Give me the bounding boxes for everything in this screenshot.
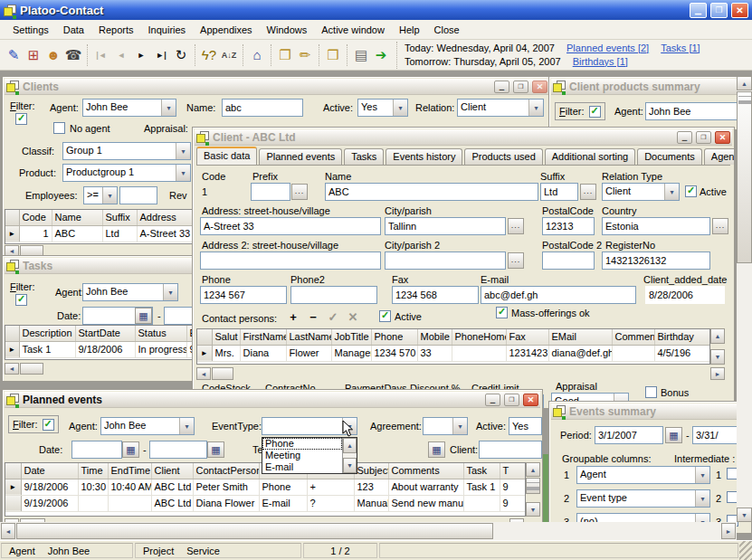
chevron-down-icon[interactable]: ▾ <box>528 100 543 116</box>
date-from-input[interactable] <box>71 441 122 459</box>
scroll-down-button[interactable]: ▼ <box>737 508 752 522</box>
calendar-button[interactable]: ▦ <box>428 441 445 458</box>
row-selector[interactable] <box>5 495 21 511</box>
email-input[interactable]: abc@def.gh <box>481 286 636 304</box>
query-filter-icon[interactable]: ϟ? <box>199 45 219 65</box>
column-header[interactable]: Name <box>52 210 102 225</box>
agreement-combo[interactable]: ▾ <box>423 417 468 435</box>
city-browse-button[interactable]: ... <box>508 218 524 234</box>
folders-icon[interactable]: ❒ <box>323 45 343 65</box>
birthdays-link[interactable]: Birthdays [1] <box>573 56 628 67</box>
column-header[interactable]: PhoneHome <box>452 329 506 345</box>
scroll-right-button[interactable]: ► <box>710 367 725 380</box>
classif-combo[interactable]: Group 1▾ <box>62 142 191 160</box>
dropdown-option-phone[interactable]: Phone <box>262 438 342 450</box>
cell[interactable]: Flower <box>286 345 331 361</box>
menu-inquiries[interactable]: Inquiries <box>141 22 194 38</box>
cell[interactable]: Diana Flower <box>193 495 259 511</box>
filter-checkbox[interactable]: ✓ <box>15 113 27 125</box>
minimize-button[interactable]: ▁ <box>690 3 707 18</box>
cell[interactable]: About warranty <box>388 479 463 495</box>
cell[interactable]: Mrs. <box>212 345 240 361</box>
nav-next-icon[interactable]: ► <box>131 45 151 65</box>
scroll-left-button[interactable]: ◄ <box>196 367 211 380</box>
column-header[interactable]: Subject <box>354 463 388 479</box>
phone-input[interactable]: 1234 567 <box>200 286 287 304</box>
menu-settings[interactable]: Settings <box>5 22 56 38</box>
tasks-link[interactable]: Tasks [1] <box>661 43 700 53</box>
column-header[interactable]: T <box>500 463 525 479</box>
no-agent-checkbox[interactable] <box>53 122 65 134</box>
postalcode-input[interactable]: 12313 <box>542 217 595 235</box>
client-input[interactable] <box>479 441 542 459</box>
open-folder-icon[interactable]: ❐ <box>275 45 295 65</box>
employees-input[interactable] <box>119 186 157 204</box>
active-checkbox[interactable]: ✓ <box>685 185 697 197</box>
column-header[interactable]: FirstName <box>240 329 286 345</box>
scroll-up-button[interactable]: ▲ <box>526 462 540 477</box>
tab-tasks[interactable]: Tasks <box>344 148 384 165</box>
agent-combo[interactable]: John Bee▾ <box>100 417 195 435</box>
chevron-down-icon[interactable]: ▾ <box>179 418 194 434</box>
scrollbar-thumb[interactable] <box>16 523 493 539</box>
tab-products-used[interactable]: Products used <box>464 148 542 165</box>
cell[interactable]: 4/5/196 <box>654 345 709 361</box>
cell[interactable]: In progress <box>135 341 186 357</box>
cell[interactable]: 1231423 <box>506 345 548 361</box>
country-browse-button[interactable]: ... <box>712 218 728 234</box>
scroll-left-button[interactable]: ◄ <box>1 523 15 539</box>
dropdown-option-email[interactable]: E-mail <box>262 461 342 473</box>
name-input[interactable]: ABC <box>325 183 538 201</box>
products-titlebar[interactable]: Client products summary <box>551 79 749 95</box>
cell[interactable]: 9/19/2006 <box>21 495 78 511</box>
filter-checkbox[interactable]: ✓ <box>43 419 54 431</box>
minimize-button[interactable]: ▁ <box>494 81 509 93</box>
sort-az-icon[interactable]: A↓Z <box>219 45 239 65</box>
cell[interactable]: Phone <box>259 479 307 495</box>
tab-agents[interactable]: Agents <box>704 148 735 165</box>
employees-op-combo[interactable]: >=▾ <box>83 186 118 204</box>
city-input[interactable]: Tallinn <box>385 217 506 235</box>
scrollbar-thumb[interactable] <box>526 478 540 494</box>
cell[interactable]: E-mail <box>259 495 307 511</box>
row-selector[interactable]: ► <box>197 345 212 361</box>
filter-checkbox[interactable]: ✓ <box>589 106 601 118</box>
events-summary-titlebar[interactable]: Events summary <box>551 403 749 420</box>
column-header[interactable]: ContactPerson <box>193 463 259 479</box>
column-header[interactable]: Birthday <box>654 329 709 345</box>
column-header[interactable]: Comments <box>388 463 463 479</box>
tab-additional-sorting[interactable]: Additional sorting <box>545 148 635 165</box>
add-contact-button[interactable]: + <box>285 310 301 324</box>
table-row[interactable]: ►9/18/200610:30 A10:40 AMABC LtdPeter Sm… <box>5 479 525 495</box>
cell[interactable] <box>78 495 108 511</box>
group-2-combo[interactable]: Event type▾ <box>576 489 710 508</box>
name-input[interactable]: abc <box>222 99 303 117</box>
registerno-input[interactable]: 14321326132 <box>602 252 710 270</box>
cancel-contact-button[interactable]: ✕ <box>345 310 361 324</box>
users-icon[interactable]: ☻ <box>43 45 63 65</box>
column-header[interactable]: Client <box>151 463 193 479</box>
scroll-down-button[interactable]: ▼ <box>526 502 540 517</box>
cell[interactable] <box>463 495 500 511</box>
confirm-contact-button[interactable]: ✓ <box>325 310 341 324</box>
suffix-browse-button[interactable]: ... <box>580 184 596 200</box>
cell[interactable]: ? <box>307 495 354 511</box>
cell[interactable]: Manager <box>331 345 371 361</box>
chevron-down-icon[interactable]: ▾ <box>695 490 709 507</box>
row-selector[interactable]: ► <box>5 225 19 242</box>
fax-input[interactable]: 1234 568 <box>392 286 479 304</box>
scroll-up-button[interactable]: ▲ <box>710 328 725 344</box>
prefix-input[interactable] <box>251 183 290 201</box>
close-button[interactable]: ✕ <box>523 394 538 406</box>
chevron-down-icon[interactable]: ▾ <box>393 100 407 116</box>
active-input[interactable]: Yes <box>509 417 542 435</box>
country-input[interactable]: Estonia <box>602 217 710 235</box>
scroll-up-button[interactable]: ▲ <box>343 438 357 453</box>
diary-icon[interactable]: ✎ <box>4 45 24 65</box>
chevron-down-icon[interactable]: ▾ <box>102 187 117 204</box>
column-header[interactable]: Description <box>19 326 75 341</box>
phonebook-icon[interactable]: ☎ <box>63 45 83 65</box>
cell[interactable]: + <box>307 479 354 495</box>
tab-basic-data[interactable]: Basic data <box>196 147 257 165</box>
nav-last-icon[interactable]: ►| <box>151 45 171 65</box>
